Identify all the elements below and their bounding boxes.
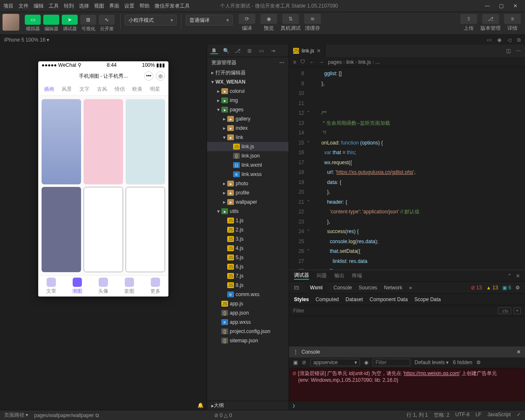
wallpaper-card[interactable] [126,187,165,272]
styles-tab[interactable]: Computed [315,297,339,302]
hidden-count[interactable]: 6 hidden [453,360,472,365]
nav-3[interactable]: 套图 [124,278,134,295]
fold-marker[interactable]: ⌄ [307,247,310,251]
section-project[interactable]: ▾WX_WENAN [207,77,289,87]
file-6.js[interactable]: JS6.js [207,262,289,271]
phone-tab[interactable]: 古风 [97,86,107,93]
file-gallery[interactable]: ▸▸gallery [207,114,289,123]
status-item[interactable]: ✓ [517,412,521,419]
menu-设置[interactable]: 设置 [124,3,134,9]
box-icon[interactable]: ▭ [257,48,265,54]
wallpaper-card[interactable] [84,187,123,272]
menu-界面[interactable]: 界面 [109,3,119,9]
section-open-editors[interactable]: ▸打开的编辑器 [207,68,289,77]
forward-icon[interactable]: → [319,59,324,65]
file-colorui[interactable]: ▸▸colorui [207,87,289,96]
console-link[interactable]: https://mp.weixin.qq.com [404,370,459,376]
visibility-icon[interactable]: ◉ [364,360,368,365]
file-pages[interactable]: ▾▸pages [207,105,289,114]
nav-2[interactable]: 头像 [98,278,108,295]
tab-wxml[interactable]: Wxml [306,281,327,294]
search-icon[interactable]: 🔍 [222,48,230,54]
file-link.wxss[interactable]: ≡link.wxss [207,170,289,179]
page-path-label[interactable]: 页面路径 ▾ [4,412,28,419]
file-photo[interactable]: ▸▸photo [207,179,289,188]
bookmark-icon[interactable]: ⛉ [300,59,305,65]
file-wallpaper[interactable]: ▸▸wallpaper [207,197,289,207]
devtool-icon[interactable]: ▭ [487,37,491,43]
panel-tab[interactable]: 输出 [334,272,344,279]
editor-tab[interactable]: JS link.js ✕ [289,45,326,57]
tool-详情[interactable]: ≡详情 [502,14,522,32]
menu-转到[interactable]: 转到 [64,3,74,9]
file-project.config.json[interactable]: {}project.config.json [207,327,289,336]
console-prompt[interactable]: ❯ [289,402,525,410]
file-7.js[interactable]: JS7.js [207,271,289,281]
tool-云开发[interactable]: ∿云开发 [97,14,116,32]
minimize-icon[interactable]: — [481,3,494,9]
nav-4[interactable]: 更多 [150,278,160,295]
mode-dropdown[interactable]: 小程序模式▾ [125,15,177,26]
menu-帮助[interactable]: 帮助 [139,3,150,9]
tool-版本管理[interactable]: ⎇版本管理 [480,14,501,32]
phone-tab[interactable]: 风景 [62,86,72,93]
file-8.js[interactable]: JS8.js [207,281,289,290]
nav-1[interactable]: 潮图 [72,278,82,295]
file-link.wxml[interactable]: ⟨⟩link.wxml [207,160,289,170]
capsule-menu-icon[interactable]: ••• [144,71,153,81]
styles-tab[interactable]: Dataset [346,297,363,302]
file-link.js[interactable]: JSlink.js [207,142,289,151]
inspect-icon[interactable]: ⮹ [294,285,299,291]
chevron-up-icon[interactable]: ⌃ [507,273,512,279]
file-img[interactable]: ▸▸img [207,96,289,105]
styles-tab[interactable]: Styles [294,297,309,302]
clear-icon[interactable]: ⊘ [302,360,306,365]
branch-icon[interactable]: ⎇ [234,48,242,54]
fold-marker[interactable]: ⌄ [307,108,310,113]
back-icon[interactable]: ← [310,59,315,65]
phone-tab[interactable]: 明星 [150,86,160,93]
status-item[interactable]: 空格: 2 [434,412,449,419]
eye-icon[interactable]: ▣ [293,360,298,365]
more-icon[interactable]: » [409,285,412,291]
tab-sources[interactable]: Sources [359,285,377,291]
tool-调试器[interactable]: ➤调试器 [60,14,79,32]
file-sitemap.json[interactable]: {}sitemap.json [207,336,289,345]
grid-icon[interactable]: ⊞ [246,48,253,54]
close-icon[interactable]: ✕ [509,3,522,9]
file-4.js[interactable]: JS4.js [207,244,289,253]
devtool-icon[interactable]: ⧉ [517,37,521,43]
file-3.js[interactable]: JS3.js [207,234,289,244]
file-5.js[interactable]: JS5.js [207,253,289,262]
problems-count[interactable]: ⊘ 0 △ 0 [214,412,232,418]
status-item[interactable]: UTF-8 [455,412,470,419]
menu-文件[interactable]: 文件 [18,3,29,9]
fold-marker[interactable]: ⌄ [307,138,310,143]
more-icon[interactable]: ⋯ [516,48,521,54]
ext-icon[interactable]: ⇥ [269,48,277,54]
files-icon[interactable]: 🗎 [210,47,218,54]
cls-toggle[interactable]: .cls [498,307,511,314]
nav-0[interactable]: 文章 [46,278,56,295]
styles-tab[interactable]: Scope Data [415,297,441,302]
status-item[interactable]: JavaScript [487,412,511,419]
status-item[interactable]: 行 1, 列 1 [407,412,428,419]
file-app.json[interactable]: {}app.json [207,308,289,318]
panel-tab[interactable]: 调试器 [294,272,309,280]
tool-预览[interactable]: ◉预览 [259,14,279,32]
menu-选择[interactable]: 选择 [79,3,89,9]
filter-input[interactable]: Filter [293,308,304,314]
capsule-close-icon[interactable]: ◎ [156,71,165,81]
wallpaper-card[interactable] [84,99,123,184]
avatar[interactable] [3,14,19,31]
gear-icon[interactable]: ⚙ [515,285,520,291]
status-item[interactable]: LF [475,412,481,419]
panel-tab[interactable]: 问题 [317,272,327,279]
add-style-button[interactable]: + [514,307,521,314]
file-link.json[interactable]: {}link.json [207,151,289,160]
bell-icon[interactable]: 🔔 [197,402,204,408]
devtool-icon[interactable]: ◉ [497,37,501,43]
file-comm.wxs[interactable]: ≡comm.wxs [207,290,289,299]
devtool-icon[interactable]: ◁ [507,37,511,43]
compile-dropdown[interactable]: 普通编译▾ [186,15,233,26]
